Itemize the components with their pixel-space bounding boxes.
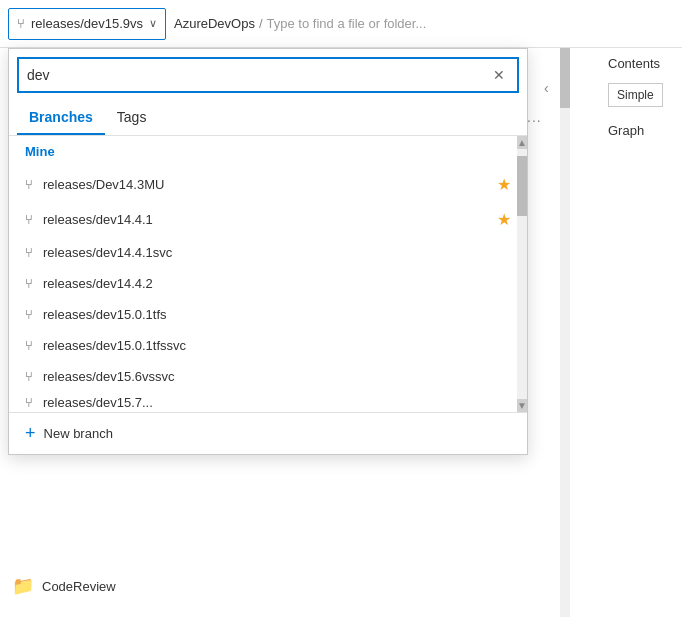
branch-item-icon: ⑂ [25,395,33,410]
breadcrumb-placeholder[interactable]: Type to find a file or folder... [267,16,427,31]
branch-item-name: releases/dev15.6vssvc [43,369,511,384]
top-bar: ⑂ releases/dev15.9vs ∨ AzureDevOps / Typ… [0,0,682,48]
branch-item[interactable]: ⑂ releases/dev14.4.1 ★ [9,202,527,237]
breadcrumb-org: AzureDevOps [174,16,255,31]
branches-list: Mine ⑂ releases/Dev14.3MU ★ ⑂ releases/d… [9,136,527,412]
branch-selector[interactable]: ⑂ releases/dev15.9vs ∨ [8,8,166,40]
branch-item[interactable]: ⑂ releases/dev14.4.1svc [9,237,527,268]
branch-item-name: releases/dev15.0.1tfs [43,307,511,322]
branch-item[interactable]: ⑂ releases/dev15.6vssvc [9,361,527,392]
folder-name: CodeReview [42,579,116,594]
scrollbar-thumb [517,156,527,216]
branch-item-icon: ⑂ [25,245,33,260]
branch-item-name: releases/dev14.4.1svc [43,245,511,260]
branch-icon: ⑂ [17,16,25,31]
star-icon[interactable]: ★ [497,175,511,194]
right-scrollbar-thumb [560,48,570,108]
branch-item[interactable]: ⑂ releases/dev15.7... [9,392,527,412]
clear-icon[interactable]: ✕ [489,65,509,85]
breadcrumb-slash: / [259,16,263,31]
tab-branches[interactable]: Branches [17,101,105,135]
branch-item-icon: ⑂ [25,338,33,353]
section-mine: Mine [9,136,527,167]
new-branch-row[interactable]: + New branch [9,412,527,454]
branch-item[interactable]: ⑂ releases/dev14.4.2 [9,268,527,299]
branch-item-name: releases/dev15.7... [43,395,511,410]
branch-dropdown: ✕ Branches Tags Mine ⑂ releases/Dev14.3M… [8,48,528,455]
scroll-down-arrow[interactable]: ▼ [517,399,527,412]
chevron-down-icon: ∨ [149,17,157,30]
branch-item-name: releases/dev15.0.1tfssvc [43,338,511,353]
branch-item[interactable]: ⑂ releases/Dev14.3MU ★ [9,167,527,202]
folder-icon: 📁 [12,575,34,597]
tab-tags[interactable]: Tags [105,101,159,135]
branch-name: releases/dev15.9vs [31,16,143,31]
branch-item-icon: ⑂ [25,212,33,227]
scroll-up-arrow[interactable]: ▲ [517,136,527,149]
plus-icon: + [25,423,36,444]
branch-item[interactable]: ⑂ releases/dev15.0.1tfs [9,299,527,330]
tabs-row: Branches Tags [9,101,527,136]
right-scrollbar[interactable] [560,48,570,617]
more-options-button[interactable]: ··· [527,112,542,128]
branch-item-name: releases/dev14.4.1 [43,212,487,227]
simple-button[interactable]: Simple [608,83,663,107]
contents-label: Contents [608,56,674,71]
collapse-panel-button[interactable]: ‹ [544,80,549,96]
star-icon[interactable]: ★ [497,210,511,229]
breadcrumb: AzureDevOps / Type to find a file or fol… [174,16,426,31]
branch-item-name: releases/dev14.4.2 [43,276,511,291]
branch-item-name: releases/Dev14.3MU [43,177,487,192]
list-scrollbar[interactable]: ▲ ▼ [517,136,527,412]
branch-item[interactable]: ⑂ releases/dev15.0.1tfssvc [9,330,527,361]
new-branch-label: New branch [44,426,113,441]
branch-item-icon: ⑂ [25,276,33,291]
branch-item-icon: ⑂ [25,369,33,384]
search-box: ✕ [17,57,519,93]
graph-label[interactable]: Graph [608,123,674,138]
branch-item-icon: ⑂ [25,177,33,192]
folder-hint-row: 📁 CodeReview [12,575,116,597]
search-input[interactable] [27,67,489,83]
branch-item-icon: ⑂ [25,307,33,322]
right-panel: Contents Simple Graph [600,48,682,146]
